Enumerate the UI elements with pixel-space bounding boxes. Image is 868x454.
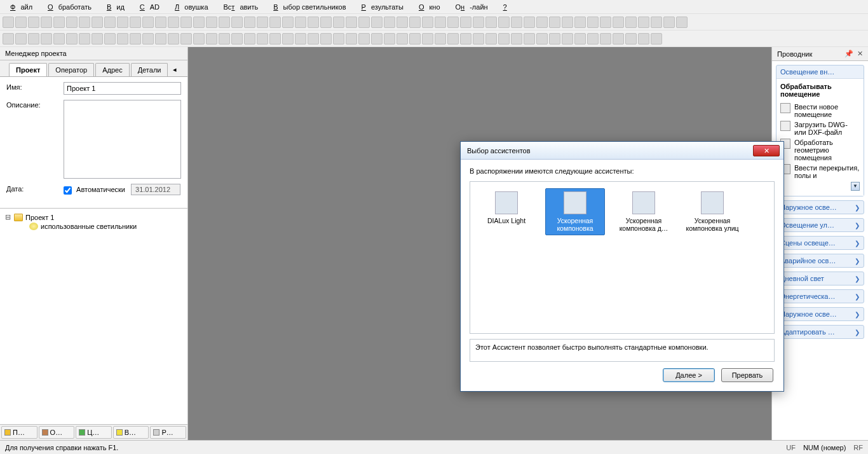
- explorer-section-header[interactable]: Сцены освеще…❯: [776, 237, 864, 249]
- toolbar-button[interactable]: [651, 17, 662, 28]
- toolbar-button[interactable]: [104, 17, 116, 28]
- toolbar-button[interactable]: [346, 17, 357, 28]
- toolbar-button[interactable]: [435, 17, 446, 28]
- toolbar-button[interactable]: [79, 17, 90, 28]
- toolbar-button[interactable]: [460, 33, 471, 45]
- menu-view[interactable]: Вид: [102, 2, 135, 12]
- menu-edit[interactable]: Обработать: [43, 2, 102, 12]
- menu-luminaires[interactable]: Выбор светильников: [268, 2, 356, 12]
- explorer-section-header[interactable]: Адаптировать …❯: [776, 326, 864, 338]
- toolbar-button[interactable]: [155, 33, 166, 45]
- toolbar-button[interactable]: [41, 17, 52, 28]
- explorer-section-header[interactable]: Наружное осве…❯: [776, 201, 864, 214]
- explorer-section-header[interactable]: Энергетическа…❯: [776, 290, 864, 303]
- toolbar-button[interactable]: [613, 33, 624, 45]
- toolbar-button[interactable]: [142, 33, 154, 45]
- pin-icon[interactable]: 📌: [844, 50, 853, 58]
- toolbar-button[interactable]: [358, 17, 370, 28]
- toolbar-button[interactable]: [79, 33, 90, 45]
- menu-help[interactable]: ?: [498, 2, 512, 12]
- toolbar-button[interactable]: [460, 17, 471, 28]
- toolbar-button[interactable]: [549, 17, 560, 28]
- assistant-item[interactable]: Ускоренная компоновка д…: [614, 188, 674, 235]
- menu-results[interactable]: Результаты: [356, 2, 414, 12]
- tab-project[interactable]: Проект: [9, 63, 47, 76]
- toolbar-button[interactable]: [676, 17, 688, 28]
- toolbar-button[interactable]: [397, 17, 408, 28]
- assistant-item[interactable]: Ускоренная компоновка: [545, 188, 605, 235]
- toolbar-button[interactable]: [638, 17, 649, 28]
- toolbar-button[interactable]: [28, 33, 39, 45]
- toolbar-button[interactable]: [193, 33, 205, 45]
- toolbar-button[interactable]: [663, 17, 675, 28]
- auto-checkbox[interactable]: [64, 186, 72, 195]
- toolbar-button[interactable]: [485, 33, 497, 45]
- toolbar-button[interactable]: [333, 33, 344, 45]
- toolbar-button[interactable]: [295, 33, 306, 45]
- toolbar-button[interactable]: [498, 33, 510, 45]
- toolbar-button[interactable]: [257, 33, 268, 45]
- toolbar-button[interactable]: [117, 17, 128, 28]
- toolbar-button[interactable]: [53, 17, 65, 28]
- toolbar-button[interactable]: [358, 33, 370, 45]
- toolbar-button[interactable]: [308, 33, 319, 45]
- toolbar-button[interactable]: [66, 33, 78, 45]
- toolbar-button[interactable]: [397, 33, 408, 45]
- toolbar-button[interactable]: [409, 17, 421, 28]
- toolbar-button[interactable]: [422, 33, 433, 45]
- explorer-section-header[interactable]: Освещение вн…: [776, 65, 864, 78]
- toolbar-button[interactable]: [346, 33, 357, 45]
- cancel-button[interactable]: Прервать: [721, 368, 773, 382]
- menu-cad[interactable]: CAD: [135, 2, 170, 12]
- toolbar-button[interactable]: [549, 33, 560, 45]
- toolbar-button[interactable]: [130, 33, 141, 45]
- close-icon[interactable]: ✕: [753, 145, 780, 156]
- assistant-item[interactable]: Ускоренная компоновка улиц: [682, 188, 742, 235]
- toolbar-button[interactable]: [625, 33, 637, 45]
- toolbar-button[interactable]: [574, 17, 586, 28]
- bottom-tab-2[interactable]: Ц…: [76, 426, 112, 439]
- toolbar-button[interactable]: [511, 17, 522, 28]
- toolbar-button[interactable]: [180, 17, 192, 28]
- toolbar-button[interactable]: [269, 33, 281, 45]
- menu-trap[interactable]: Ловушка: [170, 2, 218, 12]
- toolbar-button[interactable]: [587, 17, 599, 28]
- toolbar-button[interactable]: [244, 17, 255, 28]
- close-panel-icon[interactable]: ✕: [857, 50, 863, 58]
- toolbar-button[interactable]: [219, 33, 230, 45]
- next-button[interactable]: Далее >: [663, 368, 715, 382]
- explorer-action[interactable]: Ввести перекрытия, полы и: [778, 163, 862, 181]
- toolbar-button[interactable]: [92, 17, 103, 28]
- toolbar-button[interactable]: [524, 17, 535, 28]
- toolbar-button[interactable]: [282, 33, 294, 45]
- toolbar-button[interactable]: [473, 33, 484, 45]
- explorer-section-header[interactable]: Аварийное осв…❯: [776, 254, 864, 267]
- explorer-section-header[interactable]: Дневной свет❯: [776, 272, 864, 285]
- explorer-action[interactable]: Обработать геометрию помещения: [778, 137, 862, 163]
- date-value[interactable]: 31.01.2012: [131, 184, 180, 195]
- toolbar-button[interactable]: [28, 17, 39, 28]
- assistant-item[interactable]: DIALux Light: [477, 188, 536, 235]
- toolbar-button[interactable]: [269, 17, 281, 28]
- toolbar-button[interactable]: [308, 17, 319, 28]
- toolbar-button[interactable]: [41, 33, 52, 45]
- toolbar-button[interactable]: [66, 17, 78, 28]
- toolbar-button[interactable]: [231, 33, 243, 45]
- toolbar-button[interactable]: [206, 17, 217, 28]
- tab-details[interactable]: Детали: [131, 63, 168, 76]
- explorer-action[interactable]: Загрузить DWG- или DXF-файл: [778, 120, 862, 137]
- toolbar-button[interactable]: [168, 33, 179, 45]
- toolbar-button[interactable]: [168, 17, 179, 28]
- toolbar-button[interactable]: [15, 33, 27, 45]
- toolbar-button[interactable]: [295, 17, 306, 28]
- toolbar-button[interactable]: [536, 33, 548, 45]
- tab-overflow[interactable]: ◂: [169, 63, 180, 76]
- toolbar-button[interactable]: [638, 33, 649, 45]
- workspace-canvas[interactable]: Выбор ассистентов ✕ В распоряжении имеют…: [188, 47, 771, 440]
- bottom-tab-3[interactable]: В…: [113, 426, 149, 439]
- tab-operator[interactable]: Оператор: [48, 63, 94, 76]
- tab-address[interactable]: Адрес: [95, 63, 130, 76]
- toolbar-button[interactable]: [371, 17, 383, 28]
- toolbar-button[interactable]: [117, 33, 128, 45]
- toolbar-button[interactable]: [422, 17, 433, 28]
